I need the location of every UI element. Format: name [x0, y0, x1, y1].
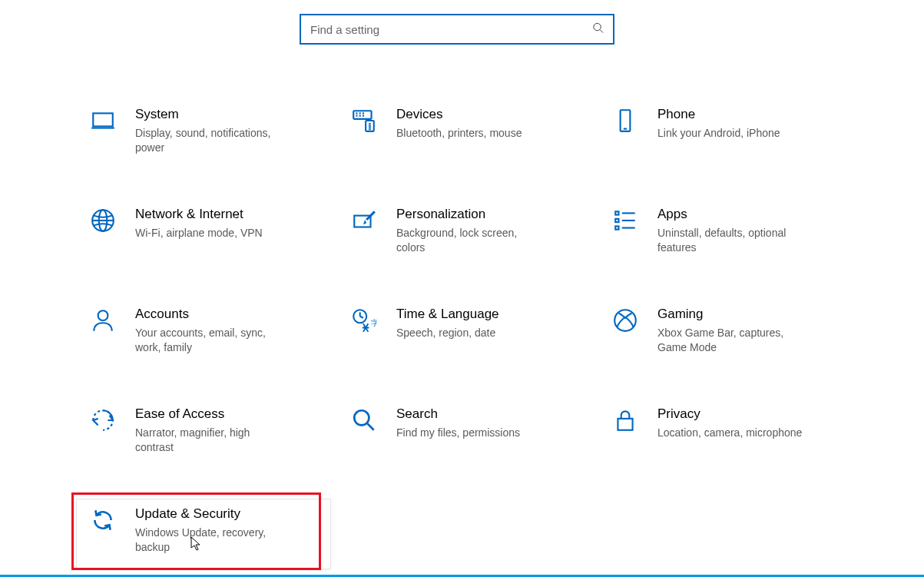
- tile-title: Apps: [657, 206, 805, 223]
- svg-rect-23: [615, 219, 618, 222]
- devices-icon: [346, 106, 383, 134]
- time-language-icon: 字: [346, 306, 383, 333]
- tile-ease-of-access[interactable]: Ease of Access Narrator, magnifier, high…: [77, 400, 330, 469]
- magnifier-icon: [346, 406, 383, 433]
- tile-title: Update & Security: [135, 506, 283, 522]
- tile-accounts[interactable]: Accounts Your accounts, email, sync, wor…: [77, 300, 330, 369]
- tile-personalization[interactable]: Personalization Background, lock screen,…: [338, 200, 591, 269]
- system-icon: [84, 106, 121, 134]
- tile-search[interactable]: Search Find my files, permissions: [338, 400, 591, 469]
- tile-title: Ease of Access: [135, 406, 283, 423]
- apps-icon: [607, 206, 644, 234]
- svg-rect-2: [93, 113, 113, 126]
- tile-subtitle: Location, camera, microphone: [657, 426, 802, 440]
- tile-title: Privacy: [657, 406, 802, 423]
- person-icon: [84, 306, 121, 333]
- svg-line-1: [600, 30, 603, 33]
- tile-title: Network & Internet: [135, 206, 263, 223]
- tile-subtitle: Xbox Game Bar, captures, Game Mode: [657, 326, 805, 355]
- svg-point-27: [98, 310, 108, 320]
- tile-title: Accounts: [135, 306, 283, 323]
- tile-gaming[interactable]: Gaming Xbox Game Bar, captures, Game Mod…: [599, 300, 853, 369]
- tile-title: Phone: [657, 106, 780, 123]
- svg-rect-25: [615, 226, 618, 229]
- tile-subtitle: Your accounts, email, sync, work, family: [135, 326, 283, 355]
- tile-system[interactable]: System Display, sound, notifications, po…: [77, 100, 330, 169]
- svg-point-13: [369, 126, 370, 127]
- tile-subtitle: Narrator, magnifier, high contrast: [135, 426, 283, 455]
- svg-rect-21: [615, 211, 618, 214]
- tile-devices[interactable]: Devices Bluetooth, printers, mouse: [338, 100, 591, 169]
- tile-subtitle: Speech, region, date: [396, 326, 499, 340]
- globe-icon: [84, 206, 121, 234]
- tile-subtitle: Find my files, permissions: [396, 426, 520, 440]
- tile-title: System: [135, 106, 283, 123]
- tile-title: Search: [396, 406, 520, 423]
- svg-point-32: [614, 310, 636, 331]
- tile-title: Devices: [396, 106, 522, 123]
- tile-network[interactable]: Network & Internet Wi-Fi, airplane mode,…: [77, 200, 330, 269]
- tile-subtitle: Link your Android, iPhone: [657, 126, 780, 141]
- svg-text:字: 字: [371, 319, 378, 327]
- tile-phone[interactable]: Phone Link your Android, iPhone: [599, 100, 853, 169]
- search-box[interactable]: [300, 14, 614, 45]
- tile-subtitle: Uninstall, defaults, optional features: [657, 226, 805, 255]
- svg-point-33: [354, 410, 369, 425]
- tile-subtitle: Display, sound, notifications, power: [135, 126, 283, 155]
- tile-privacy[interactable]: Privacy Location, camera, microphone: [599, 400, 853, 469]
- svg-rect-35: [618, 419, 632, 430]
- tile-subtitle: Bluetooth, printers, mouse: [396, 126, 522, 141]
- svg-line-30: [360, 317, 363, 318]
- svg-point-12: [369, 124, 370, 124]
- svg-point-0: [594, 23, 601, 30]
- tile-subtitle: Windows Update, recovery, backup: [135, 526, 283, 555]
- settings-grid: System Display, sound, notifications, po…: [77, 100, 853, 569]
- tile-apps[interactable]: Apps Uninstall, defaults, optional featu…: [599, 200, 853, 269]
- paintbrush-icon: [346, 206, 383, 234]
- tile-update-security[interactable]: Update & Security Windows Update, recove…: [77, 499, 330, 569]
- ease-of-access-icon: [84, 406, 121, 433]
- svg-point-14: [369, 128, 370, 129]
- search-icon: [592, 22, 604, 37]
- search-input[interactable]: [301, 15, 613, 43]
- xbox-icon: [607, 306, 644, 333]
- tile-subtitle: Wi-Fi, airplane mode, VPN: [135, 226, 263, 240]
- tile-time-language[interactable]: 字 Time & Language Speech, region, date: [338, 300, 591, 369]
- lock-icon: [607, 406, 644, 433]
- tile-title: Personalization: [396, 206, 544, 223]
- update-icon: [84, 506, 121, 533]
- phone-icon: [607, 106, 644, 134]
- tile-title: Time & Language: [396, 306, 499, 323]
- svg-line-34: [367, 423, 374, 430]
- tile-subtitle: Background, lock screen, colors: [396, 226, 544, 255]
- tile-title: Gaming: [657, 306, 805, 323]
